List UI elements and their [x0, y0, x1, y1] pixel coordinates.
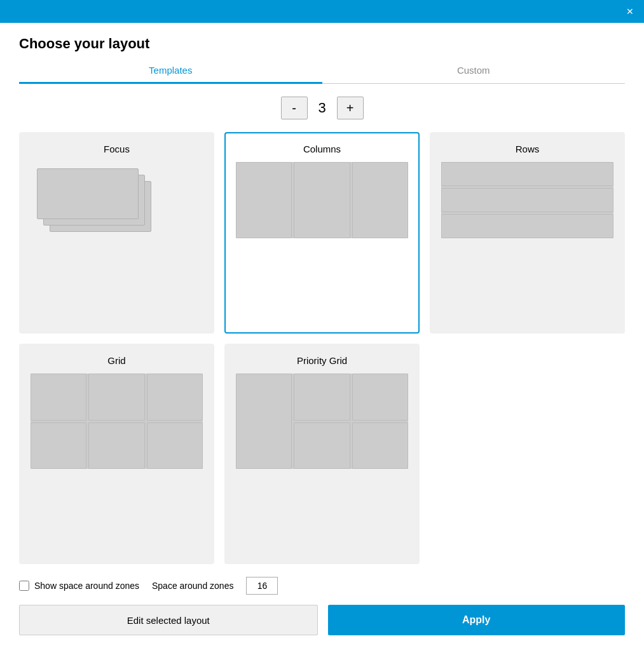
counter-value: 3: [313, 100, 332, 116]
bottom-buttons: Edit selected layout Apply: [19, 605, 625, 635]
layout-card-rows[interactable]: Rows: [430, 132, 625, 334]
tab-custom[interactable]: Custom: [322, 58, 626, 84]
layout-card-columns[interactable]: Columns: [224, 132, 420, 334]
focus-preview: [31, 162, 203, 238]
space-around-input[interactable]: [246, 577, 278, 595]
grid-preview: [31, 374, 203, 469]
show-space-text: Show space around zones: [34, 581, 139, 591]
col-zone-3: [352, 162, 408, 238]
show-space-checkbox[interactable]: [19, 581, 29, 591]
grid-zone-6: [147, 422, 203, 469]
apply-button[interactable]: Apply: [328, 605, 626, 635]
grid-zone-5: [88, 422, 144, 469]
grid-zone-2: [88, 374, 144, 421]
layouts-grid: Focus Columns Rows: [19, 132, 625, 564]
grid-zone-1: [31, 374, 86, 421]
close-button[interactable]: ✕: [622, 4, 638, 19]
edit-layout-button[interactable]: Edit selected layout: [19, 605, 318, 635]
priority-zone-br1: [294, 422, 350, 469]
priority-zone-tr: [294, 374, 350, 421]
show-space-label[interactable]: Show space around zones: [19, 581, 139, 591]
title-bar: ✕: [0, 0, 644, 23]
focus-rect-front: [37, 168, 139, 219]
col-zone-1: [236, 162, 292, 238]
grid-zone-3: [147, 374, 203, 421]
spacing-row: Show space around zones Space around zon…: [19, 577, 625, 595]
decrement-button[interactable]: -: [281, 97, 308, 119]
row-zone-2: [441, 188, 613, 212]
tab-templates[interactable]: Templates: [19, 58, 322, 84]
grid-zone-4: [31, 422, 86, 469]
dialog: Choose your layout Templates Custom - 3 …: [0, 23, 644, 648]
layout-focus-title: Focus: [104, 144, 130, 154]
priority-grid-preview: [236, 374, 408, 469]
row-zone-3: [441, 214, 613, 238]
counter-row: - 3 +: [19, 97, 625, 119]
priority-zone-br2: [352, 422, 408, 469]
dialog-title: Choose your layout: [19, 36, 625, 52]
layout-card-focus[interactable]: Focus: [19, 132, 214, 334]
columns-preview: [236, 162, 408, 238]
col-zone-2: [294, 162, 350, 238]
layout-card-grid[interactable]: Grid: [19, 344, 214, 564]
priority-zone-main: [236, 374, 292, 469]
tabs: Templates Custom: [19, 58, 625, 84]
layout-grid-title: Grid: [107, 355, 125, 366]
layout-columns-title: Columns: [303, 144, 341, 154]
rows-preview: [441, 162, 613, 238]
layout-priority-title: Priority Grid: [297, 355, 347, 366]
space-around-label: Space around zones: [152, 581, 233, 591]
increment-button[interactable]: +: [337, 97, 364, 119]
priority-zone-mr: [352, 374, 408, 421]
layout-rows-title: Rows: [516, 144, 540, 154]
layout-card-priority-grid[interactable]: Priority Grid: [224, 344, 420, 564]
row-zone-1: [441, 162, 613, 186]
